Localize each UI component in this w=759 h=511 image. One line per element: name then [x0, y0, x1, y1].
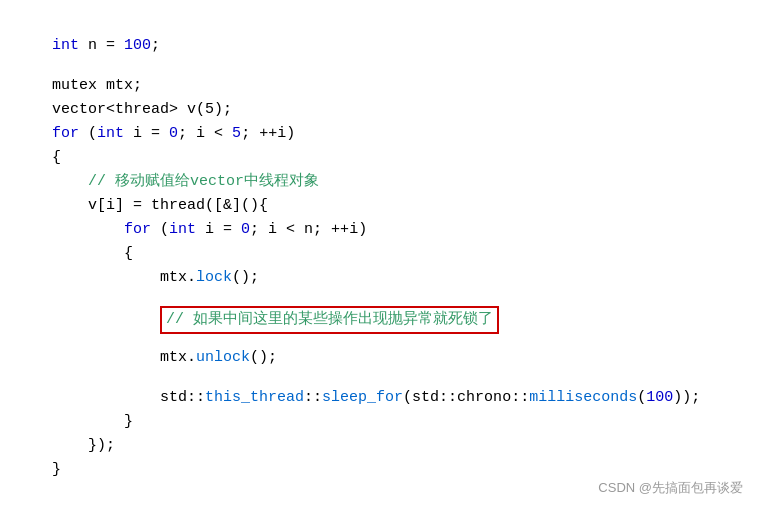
code-line-7: // 移动赋值给vector中线程对象	[16, 146, 743, 170]
code-line-1: int n = 100;	[16, 10, 743, 34]
watermark: CSDN @先搞面包再谈爱	[598, 478, 743, 499]
highlighted-comment: // 如果中间这里的某些操作出现抛异常就死锁了	[160, 306, 499, 334]
code-line-20: }	[16, 434, 743, 458]
keyword-int: int	[52, 37, 79, 54]
code-container: int n = 100; mutex mtx; vector<thread> v…	[0, 0, 759, 511]
